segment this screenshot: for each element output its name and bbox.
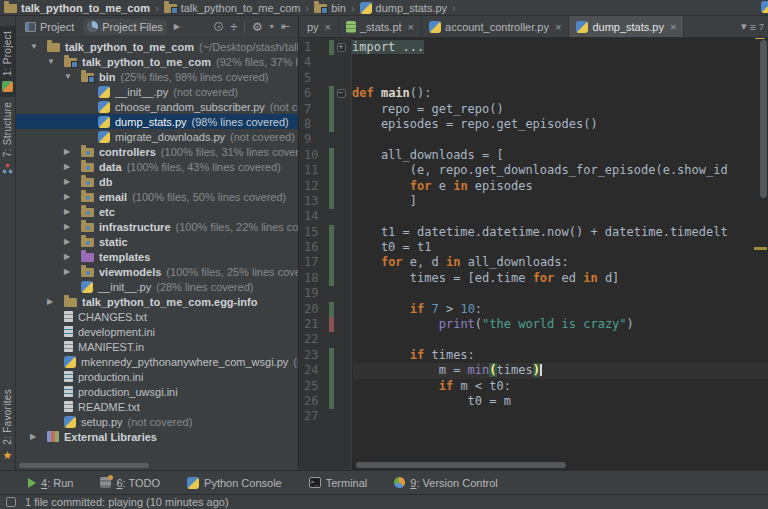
line-number[interactable]: 13 [299, 194, 329, 209]
code-line[interactable]: 22 [299, 332, 768, 347]
tree-expanded-icon[interactable]: ▼ [46, 57, 64, 66]
code-line[interactable]: 16 t0 = t1 [299, 240, 768, 255]
code-line[interactable]: 13 ] [299, 194, 768, 209]
tree-row[interactable]: production.ini [16, 369, 298, 384]
tree-row[interactable]: ▶etc [16, 204, 298, 219]
toolwindow-button-python-console[interactable]: Python Console [187, 477, 282, 489]
line-number[interactable]: 20 [299, 302, 329, 317]
scroll-from-source-icon[interactable] [214, 22, 223, 31]
tree-row[interactable]: MANIFEST.in [16, 339, 298, 354]
line-number[interactable]: 16 [299, 240, 329, 255]
tree-row[interactable]: choose_random_subscriber.py(not covered) [16, 99, 298, 114]
tree-row[interactable]: dump_stats.py(98% lines covered) [16, 114, 298, 129]
fold-box[interactable]: − [337, 89, 346, 98]
stripe-button----project[interactable]: 1: Project [0, 26, 16, 97]
code-line[interactable]: 27 [299, 409, 768, 424]
line-number[interactable]: 1 [299, 40, 329, 55]
line-number[interactable]: 19 [299, 286, 329, 301]
toolwindow-toggle-icon[interactable] [6, 497, 16, 507]
tree-row[interactable]: mkennedy_pythonanywhere_com_wsgi.py(not … [16, 354, 298, 369]
project-tab[interactable]: Project [21, 19, 78, 35]
tree-row[interactable]: ▶templates [16, 249, 298, 264]
tree-collapsed-icon[interactable]: ▶ [46, 297, 64, 306]
inspection-status-indicator[interactable] [755, 38, 765, 39]
stripe-button----structure[interactable]: 7: Structure [0, 97, 16, 178]
tree-expanded-icon[interactable]: ▼ [63, 72, 81, 81]
close-icon[interactable]: × [408, 21, 414, 33]
fold-box[interactable]: + [337, 43, 346, 52]
chevron-down-icon[interactable]: ▾ [741, 20, 747, 33]
fold-toggle-icon[interactable]: + [334, 40, 348, 55]
gear-icon[interactable]: ⚙ [252, 21, 263, 33]
code-lines[interactable]: 1+import ...456−def main():7 repo = get_… [299, 40, 768, 425]
tree-row[interactable]: ▶External Libraries [16, 429, 298, 444]
code-line[interactable]: 18 times = [ed.time for ed in d] [299, 271, 768, 286]
line-number[interactable]: 25 [299, 379, 329, 394]
breadcrumb-item[interactable]: talk_python_to_me_com [164, 2, 301, 14]
project-tree[interactable]: ▼talk_python_to_me_com(~/Desktop/stash/t… [16, 38, 298, 470]
code-line[interactable]: 9 [299, 132, 768, 147]
line-number[interactable]: 12 [299, 179, 329, 194]
tree-row[interactable]: ▶static [16, 234, 298, 249]
breadcrumb-item[interactable]: dump_stats.py [360, 2, 448, 14]
line-number[interactable]: 7 [299, 102, 329, 117]
breadcrumb-item[interactable]: talk_python_to_me_com [4, 2, 150, 14]
stripe-button----favorites[interactable]: 2: Favorites★ [0, 384, 16, 466]
code-line[interactable]: 23 if times: [299, 348, 768, 363]
code-line[interactable]: 24 m = min(times) [299, 363, 768, 378]
code-editor[interactable]: 1+import ...456−def main():7 repo = get_… [299, 38, 768, 470]
code-line[interactable]: 12 for e in episodes [299, 179, 768, 194]
line-number[interactable]: 22 [299, 332, 329, 347]
line-number[interactable]: 21 [299, 317, 329, 332]
tree-row[interactable]: CHANGES.txt [16, 309, 298, 324]
code-line[interactable]: 8 episodes = repo.get_episodes() [299, 117, 768, 132]
code-line[interactable]: 15 t1 = datetime.datetime.now() + dateti… [299, 225, 768, 240]
code-line[interactable]: 21 print("the world is crazy") [299, 317, 768, 332]
editor-tab-account-controller-py[interactable]: account_controller.py× [422, 16, 569, 37]
line-number[interactable]: 23 [299, 348, 329, 363]
tree-row[interactable]: ▶data(100% files, 43% lines covered) [16, 159, 298, 174]
code-line[interactable]: 20 if 7 > 10: [299, 302, 768, 317]
line-number[interactable]: 15 [299, 225, 329, 240]
line-number[interactable]: 26 [299, 394, 329, 409]
line-number[interactable]: 14 [299, 209, 329, 224]
hide-panel-icon[interactable]: ⇤ [281, 21, 290, 32]
gear-caret-icon[interactable]: ▾ [270, 22, 274, 31]
line-number[interactable]: 10 [299, 148, 329, 163]
tree-collapsed-icon[interactable]: ▶ [63, 192, 81, 201]
tree-row[interactable]: development.ini [16, 324, 298, 339]
fold-toggle-icon[interactable]: − [334, 86, 348, 101]
tree-collapsed-icon[interactable]: ▶ [63, 162, 81, 171]
scope-selector[interactable]: Project Files [83, 19, 167, 35]
line-number[interactable]: 11 [299, 163, 329, 178]
line-number[interactable]: 4 [299, 55, 329, 70]
tree-row[interactable]: ▶infrastructure(100% files, 22% lines co… [16, 219, 298, 234]
tree-row[interactable]: production_uwsgi.ini [16, 384, 298, 399]
warning-stripe-mark[interactable] [754, 247, 767, 250]
code-line[interactable]: 7 repo = get_repo() [299, 102, 768, 117]
toolwindow-button---run[interactable]: 4: Run [28, 477, 73, 489]
tree-row[interactable]: setup.py(not covered) [16, 414, 298, 429]
line-number[interactable]: 17 [299, 255, 329, 270]
tree-collapsed-icon[interactable]: ▶ [63, 267, 81, 276]
editor-vertical-scrollbar[interactable] [760, 40, 767, 198]
close-icon[interactable]: × [325, 21, 331, 33]
tree-row[interactable]: ▼bin(25% files, 98% lines covered) [16, 69, 298, 84]
tree-expanded-icon[interactable]: ▼ [29, 42, 47, 51]
toolwindow-button-terminal[interactable]: Terminal [309, 477, 368, 489]
collapse-all-icon[interactable]: ÷ [230, 21, 237, 33]
tree-row[interactable]: ▼talk_python_to_me_com(92% files, 37% li… [16, 54, 298, 69]
tree-collapsed-icon[interactable]: ▶ [63, 147, 81, 156]
code-line[interactable]: 10 all_downloads = [ [299, 148, 768, 163]
toolwindow-button---todo[interactable]: 6: TODO [100, 477, 160, 489]
close-icon[interactable]: × [670, 21, 676, 33]
tree-row[interactable]: ▼talk_python_to_me_com(~/Desktop/stash/t… [16, 39, 298, 54]
code-line[interactable]: 26 t0 = m [299, 394, 768, 409]
tree-row[interactable]: ▶controllers(100% files, 31% lines cover… [16, 144, 298, 159]
editor-tab--stats-pt[interactable]: _stats.pt× [339, 16, 422, 37]
code-line[interactable]: 17 for e, d in all_downloads: [299, 255, 768, 270]
tree-row[interactable]: migrate_downloads.py(not covered) [16, 129, 298, 144]
line-number[interactable]: 9 [299, 132, 329, 147]
code-line[interactable]: 6−def main(): [299, 86, 768, 101]
tree-row[interactable]: ▶talk_python_to_me_com.egg-info [16, 294, 298, 309]
